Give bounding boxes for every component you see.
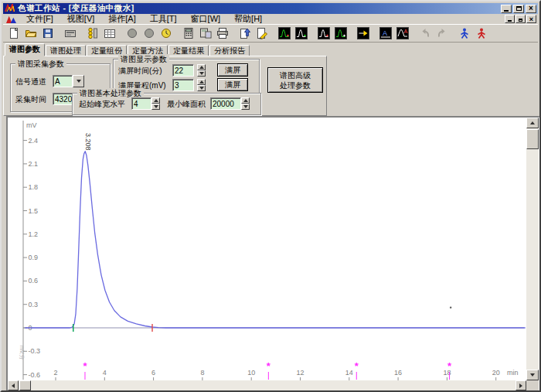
tab-spectrum-process[interactable]: 谱图处理 bbox=[46, 45, 86, 56]
shift-trace-button[interactable] bbox=[355, 26, 372, 42]
x-tick-label: 14 bbox=[345, 369, 353, 377]
spin-down-button[interactable] bbox=[151, 104, 160, 110]
fullscreen-time-spinner[interactable] bbox=[197, 64, 206, 77]
tab-quant-results[interactable]: 定量结果 bbox=[168, 45, 209, 56]
menu-file[interactable]: 文件[F] bbox=[19, 14, 60, 24]
min-area-spinner[interactable] bbox=[241, 97, 250, 110]
fullscreen-range-field[interactable] bbox=[172, 79, 194, 91]
menu-view[interactable]: 视图[V] bbox=[60, 14, 101, 24]
view-peaks-2-button[interactable] bbox=[293, 26, 310, 42]
window-minimize-button[interactable] bbox=[501, 5, 512, 13]
fullscreen-time-button[interactable]: 满屏 bbox=[217, 63, 248, 77]
x-tick-label: 8 bbox=[200, 369, 204, 377]
document-close-button[interactable]: × bbox=[526, 15, 536, 23]
peak-width-field[interactable] bbox=[131, 97, 151, 110]
acquisition-time-label: 采集时间 bbox=[15, 94, 46, 106]
manual-peak-button[interactable]: A bbox=[394, 26, 411, 42]
horizontal-scrollbar[interactable] bbox=[8, 380, 526, 390]
print-report-button[interactable] bbox=[214, 26, 231, 42]
scroll-down-button[interactable] bbox=[526, 370, 539, 380]
advanced-params-line2: 处理参数 bbox=[280, 80, 311, 90]
spin-down-button[interactable] bbox=[197, 70, 206, 77]
minimize-icon bbox=[508, 20, 512, 22]
y-tick-label: 1.8 bbox=[29, 183, 39, 191]
menu-operate[interactable]: 操作[A] bbox=[101, 14, 142, 24]
axis-corner-note: mV,分 bbox=[19, 346, 25, 360]
new-file-button[interactable] bbox=[5, 26, 22, 42]
instrument-button[interactable] bbox=[62, 26, 79, 42]
peak-width-spinner[interactable] bbox=[151, 97, 160, 110]
manual-baseline-button[interactable]: A bbox=[377, 26, 394, 42]
fullscreen-range-button[interactable]: 满屏 bbox=[217, 78, 248, 91]
spin-up-button[interactable] bbox=[241, 97, 250, 104]
chart-canvas[interactable]: -0.6-0.300.30.60.91.21.51.82.12.4mV24681… bbox=[8, 118, 526, 380]
toolbar-separator bbox=[411, 26, 417, 42]
window-close-button[interactable]: × bbox=[526, 5, 536, 13]
toolbar-separator bbox=[175, 26, 180, 42]
export-data-button[interactable] bbox=[236, 26, 253, 42]
operator-blue-button[interactable] bbox=[456, 26, 473, 42]
tab-spectrum-params[interactable]: 谱图参数 bbox=[5, 43, 45, 56]
chevron-up-icon bbox=[199, 66, 204, 69]
chromatogram-plot[interactable]: -0.6-0.300.30.60.91.21.51.82.12.4mV24681… bbox=[8, 118, 526, 380]
spin-up-button[interactable] bbox=[197, 79, 206, 85]
scroll-right-button[interactable] bbox=[515, 380, 526, 390]
circle-icon bbox=[143, 27, 155, 39]
view-peaks-1-button[interactable] bbox=[276, 26, 293, 42]
vertical-scroll-thumb[interactable] bbox=[526, 129, 539, 149]
tab-analysis-report[interactable]: 分析报告 bbox=[209, 45, 250, 56]
spin-down-button[interactable] bbox=[241, 104, 250, 110]
chevron-down-icon bbox=[243, 105, 248, 108]
vertical-scrollbar[interactable] bbox=[526, 118, 539, 380]
advanced-params-button[interactable]: 谱图高级 处理参数 bbox=[267, 67, 323, 93]
y-tick-label: 0.6 bbox=[29, 277, 39, 285]
x-tick-label: 12 bbox=[296, 369, 304, 377]
scroll-left-button[interactable] bbox=[8, 380, 19, 390]
menu-tools[interactable]: 工具[T] bbox=[143, 14, 184, 24]
document-minimize-button[interactable] bbox=[505, 15, 515, 23]
menu-window[interactable]: 窗口[W] bbox=[184, 14, 228, 24]
signal-trace bbox=[25, 152, 525, 328]
spin-down-button[interactable] bbox=[197, 85, 206, 91]
folder-icon bbox=[25, 27, 37, 39]
grid-icon bbox=[104, 27, 116, 39]
min-area-label: 最小峰面积 bbox=[167, 98, 206, 111]
document-restore-button[interactable] bbox=[515, 15, 526, 23]
save-file-button[interactable] bbox=[39, 26, 56, 42]
circle-icon bbox=[126, 27, 138, 39]
menu-bar: 文件[F]视图[V]操作[A]工具[T]窗口[W]帮助[H] × bbox=[3, 14, 538, 24]
calculate-results-button[interactable] bbox=[180, 26, 197, 42]
stop-timer-button[interactable] bbox=[158, 26, 175, 42]
spin-up-button[interactable] bbox=[151, 97, 160, 104]
view-peaks-3-button[interactable] bbox=[315, 26, 332, 42]
chart-area: -0.6-0.300.30.60.91.21.51.82.12.4mV24681… bbox=[6, 116, 540, 392]
data-table-button[interactable] bbox=[101, 26, 118, 42]
group-basic: 谱图基本处理参数 起始峰宽水平 最小峰面积 bbox=[72, 93, 261, 115]
operator-red-button[interactable] bbox=[473, 26, 490, 42]
fullscreen-time-field[interactable] bbox=[172, 64, 194, 77]
scroll-up-button[interactable] bbox=[526, 118, 539, 128]
sample-queue-button[interactable] bbox=[84, 26, 101, 42]
spin-up-button[interactable] bbox=[197, 64, 206, 70]
open-file-button[interactable] bbox=[22, 26, 39, 42]
x-tick-label: 20 bbox=[492, 369, 500, 377]
fullscreen-time-label: 满屏时间(分) bbox=[118, 65, 162, 77]
record-channel-b-button bbox=[141, 26, 158, 42]
fullscreen-range-spinner[interactable] bbox=[197, 79, 206, 91]
close-icon: × bbox=[529, 5, 533, 12]
menu-help[interactable]: 帮助[H] bbox=[227, 14, 269, 24]
window-maximize-button[interactable] bbox=[513, 5, 524, 13]
min-area-field[interactable] bbox=[210, 97, 241, 110]
chevron-down-icon bbox=[199, 72, 204, 75]
signal-channel-combo[interactable] bbox=[53, 75, 73, 87]
view-peaks-4-button[interactable] bbox=[332, 26, 349, 42]
chart-icon bbox=[295, 27, 308, 39]
combo-dropdown-button[interactable] bbox=[73, 75, 84, 87]
chevron-up-icon bbox=[243, 99, 248, 102]
calibration-window-button[interactable] bbox=[197, 26, 214, 42]
edit-report-button[interactable] bbox=[253, 26, 270, 42]
y-tick-label: 2.4 bbox=[29, 137, 39, 145]
calc-icon bbox=[182, 27, 195, 39]
horizontal-scroll-thumb[interactable] bbox=[19, 380, 31, 390]
toolbar-separator bbox=[118, 26, 124, 42]
